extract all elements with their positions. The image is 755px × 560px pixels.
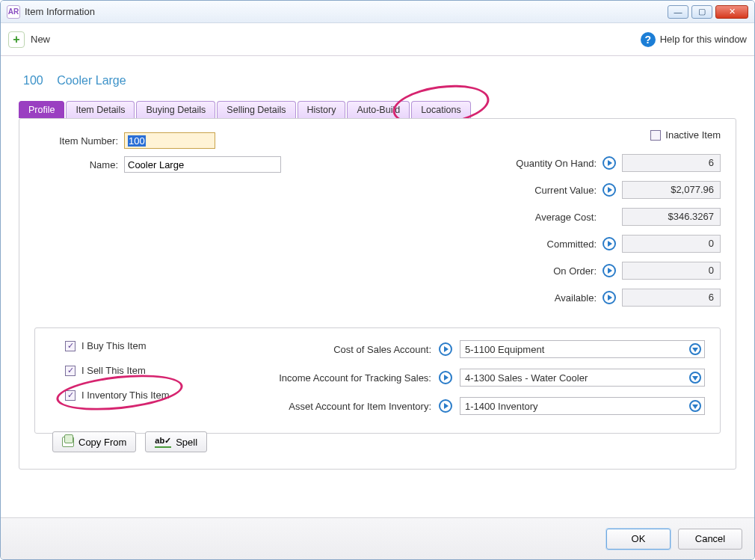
income-drill[interactable] — [439, 371, 452, 384]
asset-label: Asset Account for Item Inventory: — [244, 401, 431, 412]
toolbar: + New ? Help for this window — [1, 23, 754, 56]
tab-locations[interactable]: Locations — [411, 101, 471, 118]
tab-history[interactable]: History — [298, 101, 346, 118]
close-button[interactable]: ✕ — [715, 5, 748, 19]
available-drill[interactable] — [603, 291, 616, 304]
ok-button[interactable]: OK — [606, 529, 671, 550]
titlebar: AR Item Information — ▢ ✕ — [1, 1, 754, 23]
tab-profile[interactable]: Profile — [19, 101, 64, 118]
header-item-name: Cooler Large — [57, 74, 126, 87]
qty-on-hand-drill[interactable] — [603, 156, 616, 170]
minimize-button[interactable]: — — [668, 5, 688, 19]
asset-dropdown-icon[interactable] — [689, 400, 701, 412]
current-value-value: $2,077.96 — [622, 181, 721, 199]
window-buttons: — ▢ ✕ — [668, 5, 748, 19]
on-order-value: 0 — [622, 262, 721, 280]
app-icon: AR — [7, 5, 20, 19]
help-link[interactable]: ? Help for this window — [641, 32, 747, 47]
window: AR Item Information — ▢ ✕ + New ? Help f… — [0, 0, 755, 560]
name-input[interactable] — [124, 156, 281, 173]
inactive-label: Inactive Item — [665, 129, 721, 141]
new-icon[interactable]: + — [8, 31, 25, 48]
avg-cost-label: Average Cost: — [484, 212, 597, 223]
item-header: 100 Cooler Large — [23, 74, 736, 87]
item-number-value: 100 — [128, 135, 146, 147]
on-order-label: On Order: — [484, 265, 597, 277]
buy-label: I Buy This Item — [81, 340, 146, 351]
current-value-drill[interactable] — [603, 183, 616, 197]
asset-drill[interactable] — [439, 399, 452, 413]
asset-value: 1-1400 Inventory — [465, 401, 538, 412]
tab-selling-details[interactable]: Selling Details — [217, 101, 295, 118]
cogs-label: Cost of Sales Account: — [244, 344, 431, 355]
tab-buying-details[interactable]: Buying Details — [136, 101, 215, 118]
item-options-section: I Buy This Item I Sell This Item I Inven… — [34, 327, 721, 434]
committed-value: 0 — [622, 235, 721, 253]
tabs: Profile Item Details Buying Details Sell… — [19, 101, 736, 118]
spell-icon: ab✓ — [155, 436, 171, 448]
buy-checkbox[interactable]: I Buy This Item — [65, 340, 215, 351]
item-number-input[interactable]: 100 — [124, 132, 215, 149]
copy-from-button[interactable]: Copy From — [52, 431, 136, 452]
new-label[interactable]: New — [31, 34, 50, 45]
asset-combo[interactable]: 1-1400 Inventory — [460, 397, 705, 415]
avg-cost-value: $346.3267 — [622, 208, 721, 226]
name-label: Name: — [34, 159, 118, 170]
committed-drill[interactable] — [603, 237, 616, 250]
cogs-dropdown-icon[interactable] — [689, 343, 701, 355]
tab-auto-build[interactable]: Auto-Build — [347, 101, 410, 118]
window-title: Item Information — [25, 6, 668, 17]
buy-checkbox-icon — [65, 341, 76, 351]
spell-label: Spell — [176, 437, 197, 448]
cancel-button[interactable]: Cancel — [678, 529, 742, 550]
sell-label: I Sell This Item — [81, 365, 146, 376]
inactive-checkbox-icon — [650, 130, 661, 141]
item-number-label: Item Number: — [34, 135, 118, 147]
inventory-label: I Inventory This Item — [81, 390, 170, 401]
qty-on-hand-value: 6 — [622, 154, 721, 172]
content-area: 100 Cooler Large Profile Item Details Bu… — [1, 56, 754, 517]
help-label: Help for this window — [660, 34, 747, 45]
qty-on-hand-label: Quantity On Hand: — [484, 158, 597, 169]
tab-item-details[interactable]: Item Details — [66, 101, 135, 118]
inventory-checkbox[interactable]: I Inventory This Item — [65, 390, 215, 401]
committed-label: Committed: — [484, 239, 597, 250]
income-combo[interactable]: 4-1300 Sales - Water Cooler — [460, 369, 705, 387]
sell-checkbox[interactable]: I Sell This Item — [65, 365, 215, 376]
cogs-value: 5-1100 Equipment — [465, 344, 544, 355]
available-value: 6 — [622, 289, 721, 307]
income-value: 4-1300 Sales - Water Cooler — [465, 372, 588, 384]
tab-body: Item Number: 100 Name: Inactive Item — [19, 118, 736, 470]
income-label: Income Account for Tracking Sales: — [244, 372, 431, 384]
help-icon: ? — [641, 32, 656, 47]
cogs-combo[interactable]: 5-1100 Equipment — [460, 340, 705, 358]
maximize-button[interactable]: ▢ — [691, 5, 712, 19]
sell-checkbox-icon — [65, 366, 76, 376]
copy-from-icon — [62, 437, 74, 447]
on-order-drill[interactable] — [603, 264, 616, 277]
current-value-label: Current Value: — [484, 185, 597, 196]
dialog-footer: OK Cancel — [1, 517, 754, 559]
header-item-number: 100 — [23, 74, 43, 87]
cogs-drill[interactable] — [439, 342, 452, 356]
income-dropdown-icon[interactable] — [689, 372, 701, 384]
available-label: Available: — [484, 292, 597, 304]
inventory-checkbox-icon — [65, 390, 76, 401]
spell-button[interactable]: ab✓ Spell — [145, 431, 207, 452]
inactive-item-checkbox[interactable]: Inactive Item — [650, 129, 721, 141]
copy-from-label: Copy From — [78, 437, 126, 448]
